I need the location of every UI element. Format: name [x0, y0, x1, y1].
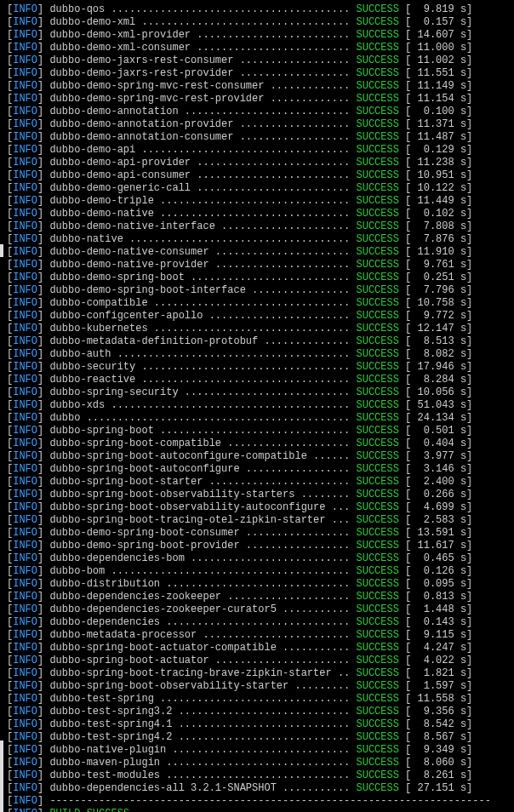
log-line: [INFO] dubbo-dependencies-zookeeper ....…	[7, 591, 507, 603]
log-line: [INFO] dubbo-test-spring ...............…	[7, 693, 507, 706]
log-line: [INFO] dubbo-spring-boot-observability-s…	[7, 489, 507, 501]
log-line: [INFO] dubbo-demo-api ..................…	[7, 144, 507, 157]
log-line: [INFO] dubbo-spring-boot ...............…	[7, 425, 507, 437]
log-line: [INFO] dubbo-demo-jaxrs-rest-consumer ..…	[7, 54, 507, 67]
log-line: [INFO] dubbo-demo-annotation-consumer ..…	[7, 131, 507, 144]
log-line: [INFO] dubbo-bom .......................…	[7, 565, 507, 578]
log-line: [INFO] ---------------------------------…	[7, 795, 507, 808]
log-line: [INFO] dubbo-demo-native-provider ......…	[7, 259, 507, 272]
log-line: [INFO] dubbo-native-plugin .............…	[7, 744, 507, 757]
log-line: [INFO] dubbo-spring-security ...........…	[7, 386, 507, 399]
log-line: [INFO] dubbo-demo-spring-mvc-rest-provid…	[7, 93, 507, 106]
log-line: [INFO] dubbo-test-spring4.1 ............…	[7, 718, 507, 731]
log-line: [INFO] dubbo-demo-native-interface .....…	[7, 220, 507, 233]
log-line: [INFO] dubbo-kubernetes ................…	[7, 323, 507, 335]
log-line: [INFO] dubbo-demo-annotation-provider ..…	[7, 118, 507, 131]
log-line: [INFO] dubbo-dependencies-bom ..........…	[7, 552, 507, 565]
log-line: [INFO] dubbo-demo-generic-call .........…	[7, 182, 507, 195]
log-line: [INFO] dubbo-spring-boot-observability-s…	[7, 680, 507, 693]
log-line: [INFO] dubbo-demo-spring-boot-provider .…	[7, 540, 507, 552]
log-line: [INFO] dubbo-demo-annotation ...........…	[7, 106, 507, 118]
log-line: [INFO] dubbo-demo-native ...............…	[7, 208, 507, 220]
log-line: [INFO] dubbo-auth ......................…	[7, 348, 507, 361]
log-line: [INFO] dubbo-spring-boot-starter .......…	[7, 476, 507, 489]
log-line: [INFO] dubbo-spring-boot-actuator ......…	[7, 655, 507, 667]
log-line: [INFO] dubbo-demo-native-consumer ......…	[7, 246, 507, 259]
log-line: [INFO] dubbo-demo-spring-boot-consumer .…	[7, 527, 507, 540]
log-line: [INFO] dubbo-demo-api-consumer .........…	[7, 169, 507, 182]
log-line: [INFO] dubbo-spring-boot-autoconfigure-c…	[7, 450, 507, 463]
log-line: [INFO] dubbo-demo-xml ..................…	[7, 16, 507, 29]
log-line: [INFO] dubbo-spring-boot-compatible ....…	[7, 437, 507, 450]
log-line: [INFO] dubbo-spring-boot-autoconfigure .…	[7, 463, 507, 476]
log-line: [INFO] dubbo-test-spring3.2 ............…	[7, 706, 507, 718]
log-line: [INFO] dubbo-dependencies-zookeeper-cura…	[7, 603, 507, 616]
log-line: [INFO] dubbo-spring-boot-observability-a…	[7, 501, 507, 514]
selection-marker	[0, 244, 3, 257]
log-line: [INFO] dubbo-reactive ..................…	[7, 374, 507, 386]
log-line: [INFO] dubbo-metadata-definition-protobu…	[7, 335, 507, 348]
log-line: [INFO] dubbo-spring-boot-tracing-brave-z…	[7, 667, 507, 680]
log-line: [INFO] dubbo-demo-xml-consumer .........…	[7, 42, 507, 54]
selection-marker	[0, 741, 3, 812]
log-line: [INFO] dubbo-test-spring4.2 ............…	[7, 731, 507, 744]
log-line: [INFO] dubbo-maven-plugin ..............…	[7, 757, 507, 769]
log-line: [INFO] dubbo-demo-spring-boot ..........…	[7, 272, 507, 284]
log-line: [INFO] dubbo-dependencies-all 3.2.1-SNAP…	[7, 782, 507, 795]
log-line: [INFO] BUILD SUCCESS	[7, 808, 507, 812]
log-line: [INFO] dubbo-native ....................…	[7, 233, 507, 246]
log-line: [INFO] dubbo-xds .......................…	[7, 399, 507, 412]
log-line: [INFO] dubbo-configcenter-apollo .......…	[7, 310, 507, 323]
log-line: [INFO] dubbo-demo-api-provider .........…	[7, 157, 507, 169]
log-line: [INFO] dubbo-demo-jaxrs-rest-provider ..…	[7, 67, 507, 80]
log-line: [INFO] dubbo-distribution ..............…	[7, 578, 507, 591]
log-line: [INFO] dubbo-metadata-processor ........…	[7, 629, 507, 642]
log-line: [INFO] dubbo-spring-boot-tracing-otel-zi…	[7, 514, 507, 527]
log-line: [INFO] dubbo-demo-spring-mvc-rest-consum…	[7, 80, 507, 93]
log-line: [INFO] dubbo-qos .......................…	[7, 3, 507, 16]
log-line: [INFO] dubbo-demo-xml-provider .........…	[7, 29, 507, 42]
log-line: [INFO] dubbo ...........................…	[7, 412, 507, 425]
terminal-output[interactable]: [INFO] dubbo-qos .......................…	[7, 3, 507, 812]
log-line: [INFO] dubbo-test-modules ..............…	[7, 769, 507, 782]
log-line: [INFO] dubbo-demo-spring-boot-interface …	[7, 284, 507, 297]
log-line: [INFO] dubbo-compatible ................…	[7, 297, 507, 310]
log-line: [INFO] dubbo-dependencies ..............…	[7, 616, 507, 629]
log-line: [INFO] dubbo-spring-boot-actuator-compat…	[7, 642, 507, 655]
log-line: [INFO] dubbo-demo-triple ...............…	[7, 195, 507, 208]
log-line: [INFO] dubbo-security ..................…	[7, 361, 507, 374]
